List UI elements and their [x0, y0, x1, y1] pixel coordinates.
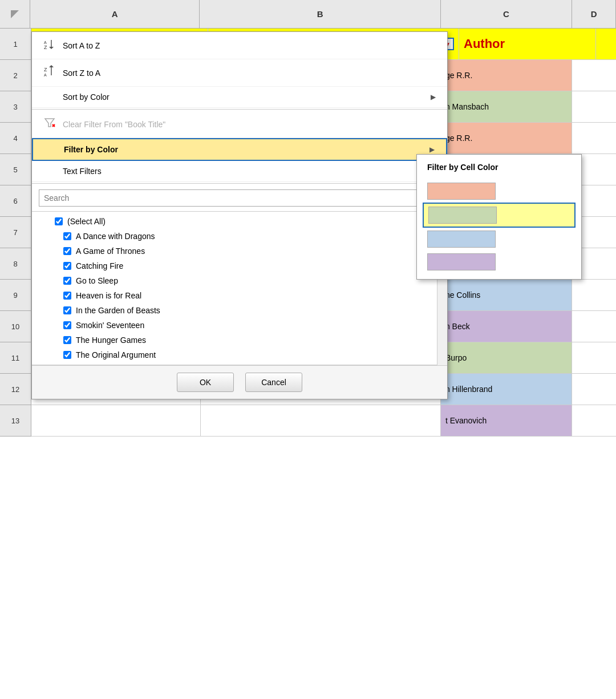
- row-num-5: 5: [0, 154, 31, 185]
- svg-text:A: A: [44, 41, 47, 45]
- sort-az-label: Sort A to Z: [63, 41, 100, 50]
- cell-d12: [572, 374, 616, 405]
- checkbox-catching-fire[interactable]: [63, 262, 71, 270]
- sort-za-label: Sort Z to A: [63, 68, 100, 78]
- row-num-11: 11: [0, 342, 31, 374]
- sort-za-icon: Z A: [43, 65, 56, 80]
- cell-d3: [572, 91, 616, 122]
- check-label-game-thrones: A Game of Thrones: [76, 247, 145, 256]
- check-label-garden-beasts: In the Garden of Beasts: [76, 306, 160, 315]
- color-swatch-green-row[interactable]: [423, 203, 576, 228]
- sort-az-item[interactable]: A Z Sort A to Z: [32, 32, 447, 59]
- list-item[interactable]: In the Garden of Beasts: [32, 303, 437, 318]
- clear-filter-label: Clear Filter From "Book Title": [63, 120, 165, 129]
- row-num-6: 6: [0, 185, 31, 217]
- cell-d10: [572, 311, 616, 342]
- row-num-2: 2: [0, 60, 31, 91]
- search-input[interactable]: [39, 189, 440, 207]
- row-num-4: 4: [0, 123, 31, 154]
- submenu-title: Filter by Cell Color: [423, 160, 576, 174]
- table-row: t Evanovich: [31, 405, 616, 437]
- sort-za-item[interactable]: Z A Sort Z to A: [32, 59, 447, 87]
- cell-d9: [572, 280, 616, 310]
- svg-text:Z: Z: [44, 45, 47, 50]
- cell-c4: ge R.R.: [441, 123, 572, 153]
- search-box: 🔍: [32, 185, 447, 212]
- checklist-container: (Select All) A Dance with Dragons A Game…: [32, 212, 447, 365]
- row-num-3: 3: [0, 91, 31, 123]
- checkbox-garden-beasts[interactable]: [63, 306, 71, 314]
- cell-c12: n Hillenbrand: [441, 374, 572, 405]
- corner-cell: [0, 0, 30, 29]
- row-num-7: 7: [0, 217, 31, 248]
- col-header-a: A: [30, 0, 200, 29]
- separator-2: [32, 183, 447, 184]
- svg-marker-4: [49, 47, 54, 49]
- cell-d2: [572, 60, 616, 91]
- svg-text:A: A: [44, 73, 47, 77]
- cell-b13: [201, 405, 441, 436]
- cell-d4: [572, 123, 616, 153]
- col-header-d: D: [572, 0, 616, 29]
- clear-filter-icon: [43, 116, 56, 132]
- text-filters-item[interactable]: Text Filters ▶: [32, 161, 447, 182]
- filter-color-arrow: ▶: [429, 146, 435, 153]
- text-filters-label: Text Filters: [63, 167, 102, 176]
- ok-button[interactable]: OK: [177, 373, 234, 392]
- check-label-hunger-games: The Hunger Games: [76, 336, 146, 345]
- list-item[interactable]: Go to Sleep: [32, 273, 437, 288]
- row-num-9: 9: [0, 280, 31, 311]
- row-num-1: 1: [0, 29, 31, 60]
- checkbox-heaven-real[interactable]: [63, 292, 71, 300]
- sort-color-item[interactable]: Sort by Color ▶: [32, 87, 447, 108]
- color-swatch-blue-row[interactable]: [423, 228, 576, 250]
- color-swatch-peach: [427, 183, 496, 200]
- col-header-c: C: [441, 0, 572, 29]
- row-num-12: 12: [0, 374, 31, 405]
- checkbox-select-all[interactable]: [55, 217, 63, 225]
- cell-d13: [572, 405, 616, 436]
- checkbox-dance-dragons[interactable]: [63, 232, 71, 240]
- filter-color-item[interactable]: Filter by Color ▶: [32, 138, 447, 161]
- row-num-13: 13: [0, 405, 31, 437]
- list-item[interactable]: (Select All): [32, 214, 437, 229]
- check-label-catching-fire: Catching Fire: [76, 261, 123, 270]
- cell-c3: n Mansbach: [441, 91, 572, 122]
- separator-1: [32, 109, 447, 110]
- color-swatch-lavender: [427, 253, 496, 270]
- filter-cell-color-submenu: Filter by Cell Color: [416, 154, 582, 280]
- color-swatch-blue: [427, 231, 496, 248]
- clear-filter-item: Clear Filter From "Book Title": [32, 111, 447, 138]
- sort-az-icon: A Z: [43, 38, 56, 53]
- check-label-original-argument: The Original Argument: [76, 350, 156, 359]
- checkbox-hunger-games[interactable]: [63, 336, 71, 344]
- svg-marker-8: [49, 65, 54, 67]
- checkbox-go-sleep[interactable]: [63, 277, 71, 285]
- list-item[interactable]: Smokin' Seventeen: [32, 318, 437, 333]
- check-label-heaven-real: Heaven is for Real: [76, 291, 141, 300]
- checkbox-original-argument[interactable]: [63, 351, 71, 359]
- spreadsheet: A B C D 1 2 3 4 5 6 7 8 9 10 11 12 13 Nu…: [0, 0, 616, 699]
- list-item[interactable]: Catching Fire: [32, 258, 437, 273]
- color-swatch-green: [428, 207, 497, 224]
- cancel-button[interactable]: Cancel: [245, 373, 302, 392]
- check-label-go-sleep: Go to Sleep: [76, 276, 118, 285]
- cell-d11: [572, 342, 616, 373]
- column-headers: A B C D: [0, 0, 616, 29]
- list-item[interactable]: The Original Argument: [32, 348, 437, 362]
- list-item[interactable]: Heaven is for Real: [32, 288, 437, 303]
- dropdown-menu: A Z Sort A to Z Z A Sort Z to A: [31, 31, 448, 399]
- check-label-dance-dragons: A Dance with Dragons: [76, 232, 155, 241]
- svg-text:Z: Z: [44, 67, 47, 72]
- row-num-10: 10: [0, 311, 31, 342]
- checkbox-game-thrones[interactable]: [63, 247, 71, 255]
- menu-buttons: OK Cancel: [32, 365, 447, 399]
- list-item[interactable]: A Dance with Dragons: [32, 229, 437, 244]
- list-item[interactable]: The Hunger Games: [32, 333, 437, 348]
- cell-a13: [31, 405, 201, 436]
- list-item[interactable]: A Game of Thrones: [32, 244, 437, 258]
- color-swatch-lavender-row[interactable]: [423, 250, 576, 273]
- color-swatch-peach-row[interactable]: [423, 180, 576, 203]
- checkbox-smokin-seventeen[interactable]: [63, 321, 71, 329]
- sort-color-arrow: ▶: [431, 93, 436, 101]
